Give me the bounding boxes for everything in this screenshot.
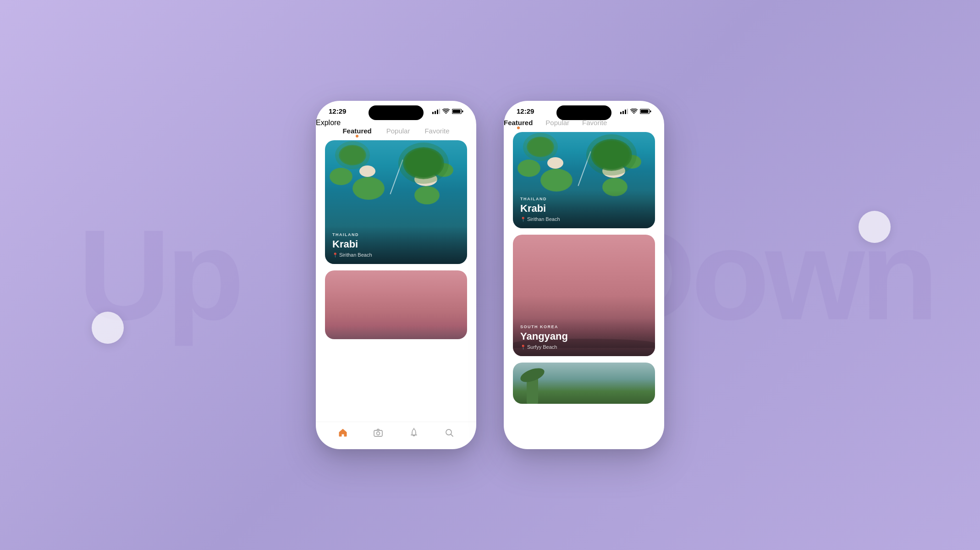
nav-bell-1[interactable] — [409, 428, 419, 440]
dynamic-island-1 — [369, 105, 424, 120]
island-detail-4 — [414, 186, 440, 204]
status-icons-2 — [620, 109, 651, 114]
side-pill-right — [859, 211, 891, 243]
svg-rect-13 — [620, 112, 622, 114]
svg-rect-14 — [622, 111, 624, 114]
wifi-icon-1 — [442, 109, 450, 114]
svg-rect-5 — [462, 110, 463, 112]
signal-icon-2 — [620, 109, 628, 114]
krabi-location-1: 📍 Sirithan Beach — [332, 252, 460, 258]
svg-rect-3 — [439, 109, 440, 114]
wifi-icon-2 — [630, 109, 638, 114]
svg-rect-16 — [627, 109, 628, 114]
krabi-country-2: THAILAND — [520, 197, 648, 201]
svg-rect-2 — [437, 110, 438, 114]
island-detail-2 — [352, 177, 385, 200]
time-1: 12:29 — [329, 107, 346, 115]
phone1-bottom-nav — [316, 422, 476, 449]
krabi-overlay-1: THAILAND Krabi 📍 Sirithan Beach — [325, 226, 467, 264]
island-detail-1 — [330, 168, 352, 185]
island-detail-5 — [518, 160, 540, 177]
yangyang-country-2: SOUTH KOREA — [520, 324, 648, 329]
island-detail-7 — [623, 155, 641, 169]
tab-favorite-2[interactable]: Favorite — [582, 119, 607, 128]
tab-favorite-1[interactable]: Favorite — [424, 127, 449, 137]
tab-popular-1[interactable]: Popular — [386, 127, 410, 137]
svg-point-8 — [377, 432, 380, 435]
yangyang-location-2: 📍 Surfyy Beach — [520, 344, 648, 350]
signal-icon-1 — [432, 109, 440, 114]
svg-rect-1 — [435, 111, 436, 114]
svg-line-12 — [451, 434, 453, 437]
sand-bar-3 — [547, 157, 563, 169]
battery-icon-2 — [640, 109, 651, 114]
status-bar-1: 12:29 — [316, 101, 476, 119]
svg-rect-19 — [641, 110, 649, 113]
location-pin-icon-2: 📍 — [520, 217, 526, 222]
phone1-header: Explore Featured Popular Favorite — [316, 119, 476, 137]
svg-rect-6 — [453, 110, 461, 113]
krabi-city-1: Krabi — [332, 238, 460, 250]
svg-rect-18 — [650, 110, 651, 112]
sand-bar-4 — [602, 164, 625, 178]
yangyang-overlay-2: SOUTH KOREA Yangyang 📍 Surfyy Beach — [513, 318, 655, 356]
krabi-location-2: 📍 Sirithan Beach — [520, 216, 648, 222]
sand-bar-2 — [414, 172, 437, 186]
wake-line-2 — [578, 151, 591, 186]
krabi-country-1: THAILAND — [332, 232, 460, 237]
island-detail-6 — [540, 169, 573, 192]
status-bar-2: 12:29 — [504, 101, 664, 119]
sand-bar-1 — [359, 165, 375, 177]
location-pin-icon-3: 📍 — [520, 345, 526, 350]
card-krabi-2[interactable]: THAILAND Krabi 📍 Sirithan Beach — [513, 132, 655, 228]
location-pin-icon-1: 📍 — [332, 253, 338, 258]
phone1-tabs: Featured Popular Favorite — [316, 127, 476, 137]
card-yangyang-2[interactable]: SOUTH KOREA Yangyang 📍 Surfyy Beach — [513, 235, 655, 356]
phone2-header: Featured Popular Favorite — [504, 119, 664, 128]
nav-home-1[interactable] — [338, 428, 348, 440]
yangyang-city-2: Yangyang — [520, 330, 648, 342]
phone2-scroll: THAILAND Krabi 📍 Sirithan Beach — [504, 128, 664, 449]
svg-rect-0 — [432, 112, 434, 114]
nav-camera-1[interactable] — [373, 428, 383, 440]
phone1-scroll: THAILAND Krabi 📍 Sirithan Beach — [316, 137, 476, 422]
nav-search-1[interactable] — [444, 428, 454, 440]
card-yangyang-1[interactable] — [325, 270, 467, 339]
status-icons-1 — [432, 109, 463, 114]
krabi-overlay-2: THAILAND Krabi 📍 Sirithan Beach — [513, 190, 655, 228]
tab-featured-2[interactable]: Featured — [504, 119, 533, 128]
svg-rect-7 — [374, 430, 382, 436]
svg-rect-15 — [625, 110, 626, 114]
tab-featured-1[interactable]: Featured — [342, 127, 371, 137]
wake-line-1 — [390, 160, 403, 194]
dynamic-island-2 — [556, 105, 611, 120]
battery-icon-1 — [452, 109, 463, 114]
tab-popular-2[interactable]: Popular — [545, 119, 569, 128]
phone-1: 12:29 — [316, 101, 476, 449]
phones-container: 12:29 — [316, 101, 664, 449]
island-bottom-image-2 — [513, 363, 655, 404]
time-2: 12:29 — [517, 107, 534, 115]
krabi-city-2: Krabi — [520, 203, 648, 214]
phone2-tabs: Featured Popular Favorite — [504, 119, 664, 128]
card-krabi-1[interactable]: THAILAND Krabi 📍 Sirithan Beach — [325, 140, 467, 264]
island-detail-3 — [435, 163, 453, 177]
side-pill-left — [92, 312, 124, 344]
card-island-bottom-2[interactable] — [513, 363, 655, 404]
yangyang-image-1 — [325, 270, 467, 339]
phone-2: 12:29 — [504, 101, 664, 449]
